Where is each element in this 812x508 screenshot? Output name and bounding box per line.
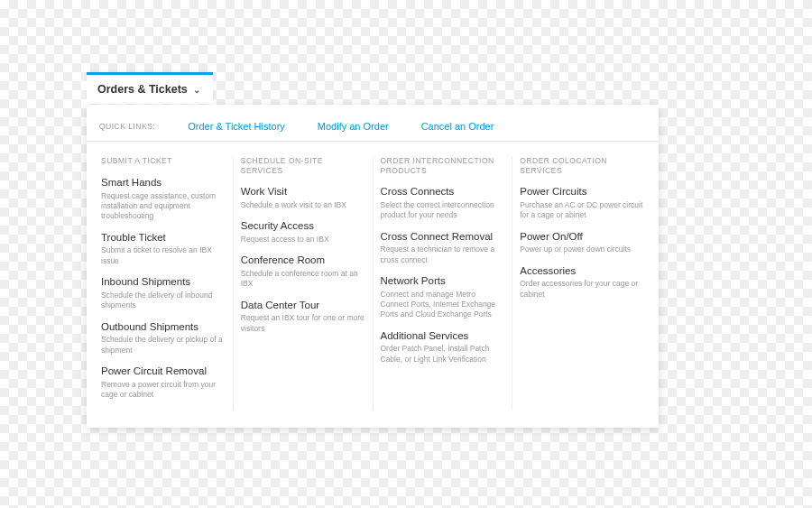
item-desc: Request a technician to remove a cross c… <box>381 245 505 265</box>
item-title: Security Access <box>241 219 365 234</box>
menu-item-power-on-off[interactable]: Power On/Off Power up or power down circ… <box>520 230 644 255</box>
column-colocation: ORDER COLOCATION SERVICES Power Circuits… <box>512 156 651 410</box>
item-desc: Order Patch Panel, Install Patch Cable, … <box>381 344 505 365</box>
column-header: ORDER INTERCONNECTION PRODUCTS <box>381 156 505 176</box>
quicklink-history[interactable]: Order & Ticket History <box>188 121 285 132</box>
item-desc: Select the correct interconnection produ… <box>381 200 505 221</box>
item-desc: Purchase an AC or DC power circuit for a… <box>520 200 644 221</box>
tab-label: Orders & Tickets <box>97 83 188 96</box>
item-title: Data Center Tour <box>241 299 365 313</box>
quicklink-modify[interactable]: Modify an Order <box>318 121 389 132</box>
menu-item-power-circuits[interactable]: Power Circuits Purchase an AC or DC powe… <box>520 185 644 220</box>
menu-item-inbound-shipments[interactable]: Inbound Shipments Schedule the delivery … <box>101 275 226 310</box>
column-interconnection: ORDER INTERCONNECTION PRODUCTS Cross Con… <box>374 156 513 410</box>
column-header: SCHEDULE ON-SITE SERVICES <box>241 156 365 176</box>
item-desc: Schedule a work visit to an IBX <box>241 200 365 210</box>
chevron-down-icon: ⌄ <box>193 85 200 95</box>
quicklinks-label: QUICK LINKS: <box>99 122 155 131</box>
quicklinks-row: QUICK LINKS: Order & Ticket History Modi… <box>87 105 659 142</box>
item-title: Smart Hands <box>101 176 226 190</box>
item-desc: Request access to an IBX <box>241 235 365 245</box>
item-title: Power On/Off <box>520 230 644 245</box>
item-title: Outbound Shipments <box>101 320 226 335</box>
item-desc: Request cage assistance, custom installa… <box>101 191 226 222</box>
item-title: Power Circuits <box>520 185 644 199</box>
item-title: Additional Services <box>381 329 505 344</box>
item-desc: Connect and manage Metro Connect Ports, … <box>381 290 505 320</box>
menu-item-smart-hands[interactable]: Smart Hands Request cage assistance, cus… <box>101 176 226 222</box>
menu-item-conference-room[interactable]: Conference Room Schedule a conference ro… <box>241 254 365 289</box>
item-title: Network Ports <box>381 274 505 289</box>
menu-item-security-access[interactable]: Security Access Request access to an IBX <box>241 219 365 245</box>
column-header: SUBMIT A TICKET <box>101 156 226 167</box>
item-title: Work Visit <box>241 185 365 199</box>
item-title: Cross Connect Removal <box>381 230 505 245</box>
item-desc: Schedule the delivery or pickup of a shi… <box>101 335 226 356</box>
item-title: Accessories <box>520 264 644 279</box>
menu-item-outbound-shipments[interactable]: Outbound Shipments Schedule the delivery… <box>101 320 226 356</box>
menu-item-power-circuit-removal[interactable]: Power Circuit Removal Remove a power cir… <box>101 365 226 400</box>
column-submit-ticket: SUBMIT A TICKET Smart Hands Request cage… <box>94 156 234 410</box>
menu-item-network-ports[interactable]: Network Ports Connect and manage Metro C… <box>381 274 505 320</box>
column-header: ORDER COLOCATION SERVICES <box>520 156 644 176</box>
item-desc: Power up or power down circuits <box>520 245 644 254</box>
columns-container: SUBMIT A TICKET Smart Hands Request cage… <box>87 149 659 428</box>
menu-item-data-center-tour[interactable]: Data Center Tour Request an IBX tour for… <box>241 299 365 334</box>
menu-item-work-visit[interactable]: Work Visit Schedule a work visit to an I… <box>241 185 365 210</box>
item-desc: Schedule the delivery of inbound shipmen… <box>101 291 226 311</box>
menu-item-additional-services[interactable]: Additional Services Order Patch Panel, I… <box>381 329 505 365</box>
menu-item-cross-connects[interactable]: Cross Connects Select the correct interc… <box>381 185 505 220</box>
item-desc: Submit a ticket to resolve an IBX issue <box>101 245 226 266</box>
orders-tickets-dropdown: Orders & Tickets ⌄ QUICK LINKS: Order & … <box>87 105 659 428</box>
menu-item-trouble-ticket[interactable]: Trouble Ticket Submit a ticket to resolv… <box>101 231 226 266</box>
orders-tickets-tab[interactable]: Orders & Tickets ⌄ <box>87 72 213 104</box>
column-onsite-services: SCHEDULE ON-SITE SERVICES Work Visit Sch… <box>234 156 374 410</box>
item-title: Cross Connects <box>381 185 505 199</box>
menu-item-accessories[interactable]: Accessories Order accessories for your c… <box>520 264 644 300</box>
item-title: Inbound Shipments <box>101 275 226 290</box>
item-desc: Remove a power circuit from your cage or… <box>101 380 226 401</box>
item-title: Trouble Ticket <box>101 231 226 245</box>
menu-item-cross-connect-removal[interactable]: Cross Connect Removal Request a technici… <box>381 230 505 265</box>
item-desc: Request an IBX tour for one or more visi… <box>241 313 365 334</box>
item-desc: Order accessories for your cage or cabin… <box>520 279 644 300</box>
item-title: Conference Room <box>241 254 365 268</box>
quicklink-cancel[interactable]: Cancel an Order <box>421 121 494 132</box>
item-title: Power Circuit Removal <box>101 365 226 379</box>
item-desc: Schedule a conference room at an IBX <box>241 269 365 290</box>
